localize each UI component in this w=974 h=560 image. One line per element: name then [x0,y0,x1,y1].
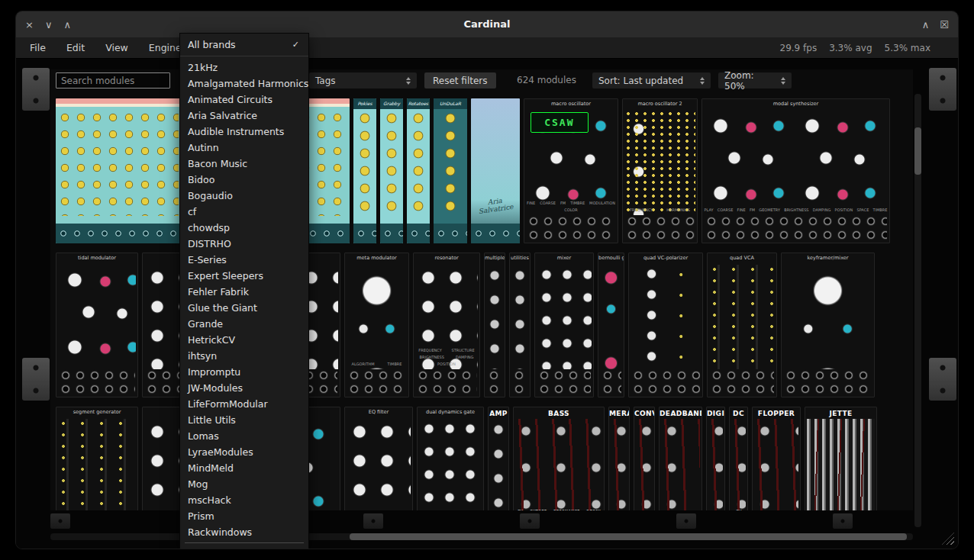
module-label: FREQUENCY [630,208,653,212]
tags-filter-select[interactable]: Tags [309,72,417,89]
brand-menu-item[interactable]: Little Utils [180,412,308,428]
brand-menu-item[interactable]: Grande [180,316,308,332]
reset-filters-button[interactable]: Reset filters [424,72,496,89]
brand-menu-item[interactable]: Prism [180,508,308,524]
module-panel[interactable]: segment generatorGATE [56,407,138,510]
module-panel[interactable]: DCCVANALOG [729,407,748,510]
module-panel[interactable]: bernoulli gate [598,253,624,397]
module-panel[interactable]: macro oscillatorCSAWFINECOARSEFMTIMBREMO… [524,98,618,243]
brand-menu-item[interactable]: All brands✓ [180,37,308,53]
brand-menu-item[interactable]: Autinn [180,140,308,156]
module-title: segment generator [56,407,137,417]
brand-menu-item[interactable]: E-Series [180,252,308,268]
module-panel[interactable]: modal synthesizerPLAYCOARSEFINEFMGEOMETR… [701,98,890,243]
module-label: GEOMETRY [759,208,780,212]
module-panel[interactable]: Aria Salvatrice [471,98,520,243]
brand-menu-item[interactable]: LifeFormModular [180,396,308,412]
close-box-icon[interactable]: ☒ [940,20,949,30]
menu-scroll-down-indicator[interactable] [185,542,304,546]
brand-menu-item[interactable]: Fehler Fabrik [180,284,308,300]
brand-menu-list: All brands✓21kHzAmalgamated HarmonicsAni… [180,37,308,540]
module-panel[interactable]: EQ filterFREQGAIN [344,407,413,510]
brand-menu-item-label: E-Series [188,254,227,266]
module-title: multiples [485,253,505,262]
rack-rail-cap [363,513,383,529]
brand-menu-item[interactable]: Expert Sleepers [180,268,308,284]
collapse-icon[interactable]: ∧ [922,20,930,30]
brand-menu-item[interactable]: Mog [180,476,308,492]
brand-menu-item[interactable]: cf [180,204,308,220]
menu-engine[interactable]: Engine [149,42,182,53]
module-label: FM [560,201,566,205]
brand-menu-item[interactable]: DISTRHO [180,236,308,252]
module-panel[interactable]: Pokies [353,98,376,243]
brand-menu-item-label: mscHack [188,494,231,506]
menu-view[interactable]: View [105,42,128,53]
module-panel[interactable]: UnDuLaR [434,98,467,243]
sort-select[interactable]: Sort: Last updated [592,72,711,89]
brand-menu-item[interactable]: Bacon Music [180,156,308,172]
vertical-scrollbar[interactable] [914,94,921,527]
window-title: Cardinal [16,11,958,37]
brand-menu-item[interactable]: Amalgamated Harmonics [180,76,308,92]
module-panel[interactable]: CONV [634,407,655,510]
brand-menu-item[interactable]: Animated Circuits [180,92,308,108]
brand-menu-item[interactable]: Aria Salvatrice [180,108,308,124]
vertical-scrollbar-thumb[interactable] [914,127,921,175]
brand-menu-item[interactable]: 21kHz [180,60,308,76]
horizontal-scrollbar-thumb[interactable] [350,533,907,540]
module-count: 624 modules [517,72,576,89]
brand-menu-item[interactable]: Bidoo [180,172,308,188]
zoom-select[interactable]: Zoom: 50% [718,72,792,89]
brand-menu-item-label: HetrickCV [188,334,235,346]
menubar: File Edit View Engine Help 29.9 fps 3.3%… [16,37,958,59]
module-panel[interactable]: meta modulatorALGORITHMTIMBRE [344,253,409,397]
module-panel[interactable]: multiples [484,253,505,397]
module-panel[interactable]: utilities [509,253,531,397]
brand-menu-item[interactable]: ihtsyn [180,348,308,364]
module-panel[interactable]: dual dynamics gate [417,407,484,510]
brand-menu-item[interactable]: Audible Instruments [180,124,308,140]
module-panel[interactable] [56,98,180,243]
stepper-icon [406,77,411,85]
module-panel[interactable]: quad VC-polarizer [628,253,703,397]
brand-menu-item[interactable]: JW-Modules [180,380,308,396]
module-panel[interactable]: MERA [608,407,630,510]
module-panel[interactable]: AMPCVIN [488,407,509,510]
menu-edit[interactable]: Edit [66,42,85,53]
rack-rail-cap [22,68,50,111]
search-input[interactable] [56,72,170,89]
module-title: MERA [609,407,629,420]
brand-menu-item[interactable]: Glue the Giant [180,300,308,316]
brand-menu-item[interactable]: LyraeModules [180,444,308,460]
brand-menu-item[interactable]: mscHack [180,492,308,508]
module-panel[interactable]: mixer [534,253,594,397]
brand-menu-item[interactable]: Bogaudio [180,188,308,204]
check-icon: ✓ [292,40,299,50]
module-panel[interactable]: macro oscillator 2FREQUENCYHARMONICS [622,98,698,243]
module-panel[interactable]: keyframer/mixer [781,253,875,397]
module-panel[interactable]: DEADBANDWIDTHGAP [659,407,702,510]
brand-menu-item-label: Bacon Music [188,158,247,169]
module-title: tidal modulator [56,253,137,262]
module-panel[interactable]: quad VCA [707,253,777,397]
module-panel[interactable]: DIGICV [706,407,725,510]
module-panel[interactable]: FLOPPERCV [752,407,801,510]
module-panel[interactable]: tidal modulator [56,253,138,397]
brand-menu-item[interactable]: Lomas [180,428,308,444]
module-panel[interactable]: BASSCVCUTOFFRESONANCEDECAYENVMODACCENT [513,407,605,510]
brand-menu-item[interactable]: Rackwindows [180,524,308,540]
module-title: quad VC-polarizer [629,253,702,262]
brand-menu-item[interactable]: MindMeld [180,460,308,476]
rack-rail-cap [520,513,540,529]
module-panel[interactable]: Rotatoes [407,98,430,243]
brand-menu-item-label: MindMeld [188,462,234,474]
brand-menu-item[interactable]: HetrickCV [180,332,308,348]
module-panel[interactable]: Grabby [380,98,403,243]
module-panel[interactable]: resonatorFREQUENCYSTRUCTUREBRIGHTNESSDAM… [413,253,480,397]
brand-menu-item[interactable]: Impromptu [180,364,308,380]
brand-menu-item[interactable]: chowdsp [180,220,308,236]
module-panel[interactable]: JETTE [805,407,877,510]
menu-file[interactable]: File [30,42,46,53]
module-label: FREQUENCY [418,348,441,352]
